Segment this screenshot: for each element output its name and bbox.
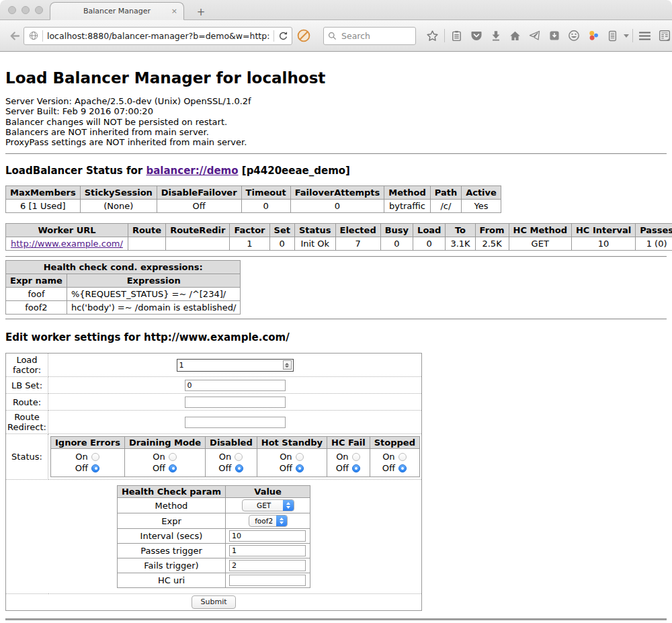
on-label: On [382, 451, 394, 462]
worker-url-link[interactable]: http://www.example.com/ [11, 239, 123, 249]
form-row-lb-set: LB Set: [6, 377, 422, 394]
cell-stickysession: (None) [80, 200, 157, 213]
new-tab-button[interactable]: + [194, 6, 208, 18]
load-factor-stepper[interactable] [177, 359, 294, 372]
color-dots-icon[interactable] [583, 26, 603, 46]
radio-disabled-on[interactable] [235, 453, 243, 461]
passes-input[interactable] [229, 545, 306, 556]
fails-label: Fails trigger) [117, 558, 225, 573]
content-blocker-icon[interactable] [297, 29, 310, 42]
radio-hc-fail-off[interactable] [352, 464, 360, 472]
balancer-status-table: MaxMembers StickySession DisableFailover… [5, 185, 501, 213]
col-stickysession: StickySession [80, 186, 157, 200]
number-spinner-icon[interactable] [283, 360, 292, 370]
expr-select[interactable]: foof2 [249, 515, 288, 527]
col-disablefailover: DisableFailover [157, 186, 241, 200]
minimize-window-button[interactable] [22, 6, 30, 14]
interval-input[interactable] [229, 530, 306, 542]
form-row-status: Status: Ignore Errors Draining Mode Disa… [6, 434, 422, 480]
radio-ignore-errors-on[interactable] [91, 453, 99, 461]
menu-icon[interactable] [635, 26, 655, 46]
radio-hc-fail-on[interactable] [352, 453, 360, 461]
search-bar[interactable] [323, 27, 416, 45]
method-label: Method [117, 498, 225, 513]
url-bar[interactable]: localhost:8880/balancer-manager?b=demo&w… [24, 27, 292, 45]
balancer-link[interactable]: balancer://demo [146, 165, 238, 177]
chevron-down-icon[interactable] [624, 34, 629, 38]
table-header-row: Worker URL Route RouteRedir Factor Set S… [6, 224, 672, 237]
close-window-button[interactable] [8, 6, 16, 14]
radio-hot-standby-off[interactable] [296, 464, 304, 472]
screenshot-icon[interactable] [544, 26, 564, 46]
side-panel-icon[interactable] [603, 26, 622, 46]
search-icon [328, 32, 337, 40]
cell-timeout: 0 [241, 200, 290, 213]
form-row-health-check: Health Check param Value Method GET [6, 480, 422, 594]
bookmark-star-icon[interactable] [423, 26, 442, 46]
radio-stopped-on[interactable] [398, 453, 407, 461]
col-factor: Factor [230, 224, 269, 237]
cell-method: bytraffic [384, 200, 430, 213]
loadbalancer-status-heading: LoadBalancer Status for balancer://demo … [5, 165, 667, 177]
back-icon[interactable] [8, 30, 21, 42]
hc-uri-input[interactable] [229, 575, 306, 586]
radio-draining-mode-on[interactable] [169, 453, 177, 461]
radio-hot-standby-on[interactable] [296, 453, 304, 461]
table-title-row: Health check cond. expressions: [6, 261, 241, 274]
tab-balancer-manager[interactable]: Balancer Manager × [50, 2, 184, 20]
reload-icon[interactable] [278, 31, 288, 41]
tab-title: Balancer Manager [83, 7, 151, 15]
radio-ignore-errors-off[interactable] [91, 464, 99, 472]
route-input[interactable] [185, 397, 286, 408]
col-draining-mode: Draining Mode [124, 437, 205, 449]
home-icon[interactable] [505, 26, 525, 46]
off-label: Off [336, 462, 349, 474]
tab-close-icon[interactable]: × [171, 7, 177, 15]
cell-maxmembers: 6 [1 Used] [6, 200, 81, 213]
col-to: To [446, 224, 475, 237]
radio-stopped-off[interactable] [398, 464, 407, 472]
cell-to: 3.1K [446, 237, 475, 251]
submit-button[interactable]: Submit [192, 595, 235, 609]
edit-worker-form: Load factor: LB Set: Route: Route Redire… [5, 353, 422, 611]
lb-set-input[interactable] [185, 380, 286, 391]
search-input[interactable] [340, 30, 411, 42]
passes-label: Passes trigger [117, 544, 225, 558]
col-hc-value: Value [226, 486, 310, 498]
method-select[interactable]: GET [242, 499, 294, 511]
radio-disabled-off[interactable] [235, 464, 243, 472]
globe-icon[interactable] [29, 31, 38, 40]
toolbar-divider [444, 29, 445, 42]
load-factor-input[interactable] [177, 361, 283, 370]
notes-grid-icon[interactable] [655, 26, 672, 46]
reading-list-icon[interactable] [447, 26, 466, 46]
cell-set: 0 [269, 237, 294, 251]
url-text[interactable]: localhost:8880/balancer-manager?b=demo&w… [47, 31, 269, 41]
cell-expression: %{REQUEST_STATUS} =~ /^[234]/ [67, 288, 241, 301]
route-redirect-input[interactable] [185, 417, 286, 428]
col-routeredir: RouteRedir [166, 224, 230, 237]
heading-prefix: LoadBalancer Status for [5, 165, 142, 177]
col-expr-name: Expr name [6, 274, 67, 288]
form-row-route-redirect: Route Redirect: [6, 411, 422, 434]
cell-status: Init Ok [294, 237, 335, 251]
fails-input[interactable] [229, 560, 306, 571]
col-hc-method: HC Method [509, 224, 571, 237]
cell-elected: 7 [335, 237, 380, 251]
col-elected: Elected [335, 224, 380, 237]
select-stepper-icon [276, 515, 287, 527]
downloads-icon[interactable] [486, 26, 505, 46]
pocket-icon[interactable] [466, 26, 486, 46]
cell-active: Yes [462, 200, 501, 213]
send-tab-icon[interactable] [525, 26, 544, 46]
col-hc-fail: HC Fail [327, 437, 370, 449]
heading-suffix: [p4420eeae_demo] [242, 165, 350, 177]
feedback-smiley-icon[interactable] [564, 26, 583, 46]
off-label: Off [153, 462, 165, 474]
radio-draining-mode-off[interactable] [169, 464, 177, 472]
zoom-window-button[interactable] [35, 6, 43, 14]
urlbar-divider [42, 30, 43, 42]
cell-failoverattempts: 0 [290, 200, 384, 213]
on-label: On [219, 451, 231, 462]
hc-row-passes: Passes trigger [117, 544, 310, 558]
